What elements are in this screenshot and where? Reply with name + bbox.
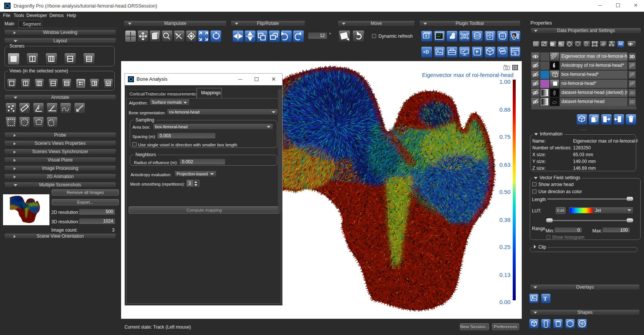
svg-text:T: T: [543, 296, 547, 302]
svg-text:+D: +D: [423, 49, 429, 55]
svg-text:AI: AI: [501, 34, 504, 38]
